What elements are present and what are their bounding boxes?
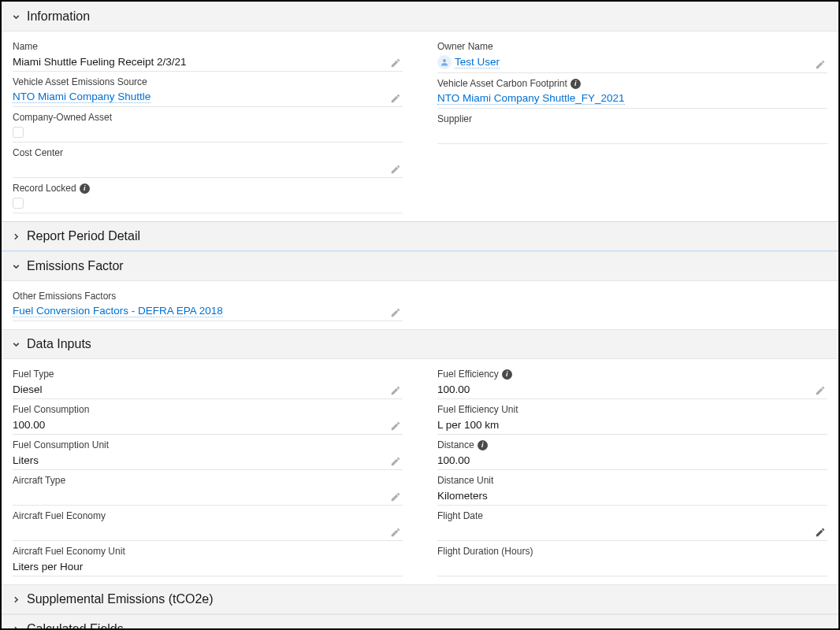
value-aircraft-type — [13, 487, 403, 503]
field-carbon-footprint[interactable]: Vehicle Asset Carbon Footprint i NTO Mia… — [437, 78, 827, 109]
section-header-calculated[interactable]: Calculated Fields — [2, 614, 838, 630]
field-fuel-efficiency[interactable]: Fuel Efficiency i 100.00 — [437, 369, 827, 399]
label-cost-center: Cost Center — [13, 147, 403, 158]
link-vehicle-source[interactable]: NTO Miami Company Shuttle — [13, 91, 151, 103]
data-inputs-right-column: Fuel Efficiency i 100.00 Fuel Efficiency… — [437, 364, 827, 576]
section-body-information: Name Miami Shuttle Fueling Receipt 2/3/2… — [2, 32, 838, 221]
value-fuel-consumption: 100.00 — [13, 417, 403, 432]
pencil-icon[interactable] — [815, 527, 826, 538]
pencil-icon[interactable] — [390, 307, 401, 318]
label-aircraft-type: Aircraft Type — [13, 475, 403, 486]
field-aircraft-economy-unit[interactable]: Aircraft Fuel Economy Unit Liters per Ho… — [13, 546, 403, 576]
section-title: Data Inputs — [27, 337, 91, 351]
label-vehicle-source: Vehicle Asset Emissions Source — [13, 76, 403, 87]
field-cost-center[interactable]: Cost Center — [13, 147, 403, 178]
section-header-emissions-factor[interactable]: Emissions Factor — [2, 251, 838, 281]
value-fuel-type: Diesel — [13, 381, 403, 397]
value-distance-unit: Kilometers — [437, 487, 827, 503]
value-fuel-efficiency: 100.00 — [437, 381, 827, 397]
link-carbon-footprint[interactable]: NTO Miami Company Shuttle_FY_2021 — [437, 92, 625, 105]
info-icon[interactable]: i — [80, 183, 90, 194]
chevron-down-icon — [9, 338, 22, 350]
info-left-column: Name Miami Shuttle Fueling Receipt 2/3/2… — [13, 36, 403, 213]
field-fuel-type[interactable]: Fuel Type Diesel — [13, 369, 403, 399]
chevron-down-icon — [9, 260, 22, 272]
label-aircraft-economy-unit: Aircraft Fuel Economy Unit — [13, 546, 403, 557]
value-name: Miami Shuttle Fueling Receipt 2/3/21 — [13, 54, 403, 69]
value-distance: 100.00 — [437, 452, 827, 468]
label-carbon-footprint: Vehicle Asset Carbon Footprint — [437, 78, 567, 89]
label-flight-duration: Flight Duration (Hours) — [437, 546, 827, 557]
value-flight-date — [437, 523, 827, 539]
field-fuel-efficiency-unit[interactable]: Fuel Efficiency Unit L per 100 km — [437, 404, 827, 435]
info-icon[interactable]: i — [571, 79, 581, 89]
field-aircraft-economy[interactable]: Aircraft Fuel Economy — [13, 510, 403, 541]
pencil-icon[interactable] — [390, 527, 401, 538]
label-company-owned: Company-Owned Asset — [13, 112, 403, 123]
section-header-supplemental[interactable]: Supplemental Emissions (tCO2e) — [2, 584, 838, 614]
label-fuel-type: Fuel Type — [13, 369, 403, 380]
section-body-data-inputs: Fuel Type Diesel Fuel Consumption 100.00… — [2, 359, 838, 584]
pencil-icon[interactable] — [815, 59, 826, 70]
chevron-down-icon — [9, 10, 22, 23]
field-flight-duration[interactable]: Flight Duration (Hours) — [437, 546, 827, 576]
record-detail-page: Information Name Miami Shuttle Fueling R… — [0, 0, 840, 630]
field-flight-date[interactable]: Flight Date — [437, 510, 827, 541]
field-other-emissions-factors[interactable]: Other Emissions Factors Fuel Conversion … — [13, 291, 403, 321]
section-header-information[interactable]: Information — [2, 2, 838, 32]
svg-point-0 — [443, 59, 446, 62]
section-header-report-period[interactable]: Report Period Detail — [2, 221, 838, 251]
field-vehicle-source[interactable]: Vehicle Asset Emissions Source NTO Miami… — [13, 76, 403, 107]
field-distance-unit[interactable]: Distance Unit Kilometers — [437, 475, 827, 506]
label-flight-date: Flight Date — [437, 510, 827, 521]
field-company-owned[interactable]: Company-Owned Asset — [13, 112, 403, 143]
data-inputs-left-column: Fuel Type Diesel Fuel Consumption 100.00… — [13, 364, 403, 576]
label-distance-unit: Distance Unit — [437, 475, 827, 486]
label-owner-name: Owner Name — [437, 41, 827, 52]
label-supplier: Supplier — [437, 113, 827, 124]
pencil-icon[interactable] — [390, 164, 401, 175]
pencil-icon[interactable] — [390, 421, 401, 432]
pencil-icon[interactable] — [390, 385, 401, 396]
field-distance[interactable]: Distance i 100.00 — [437, 439, 827, 470]
value-cost-center — [13, 160, 403, 176]
section-title: Report Period Detail — [27, 229, 140, 243]
pencil-icon[interactable] — [390, 93, 401, 104]
field-aircraft-type[interactable]: Aircraft Type — [13, 475, 403, 506]
pencil-icon[interactable] — [390, 491, 401, 502]
field-fuel-consumption-unit[interactable]: Fuel Consumption Unit Liters — [13, 439, 403, 470]
field-name[interactable]: Name Miami Shuttle Fueling Receipt 2/3/2… — [13, 41, 403, 72]
section-title: Information — [27, 9, 90, 24]
info-icon[interactable]: i — [478, 440, 488, 450]
value-flight-duration — [437, 558, 827, 574]
checkbox-company-owned[interactable] — [13, 127, 24, 138]
info-right-column: Owner Name Test User Vehicle — [437, 36, 827, 213]
section-header-data-inputs[interactable]: Data Inputs — [2, 329, 838, 359]
label-fuel-efficiency: Fuel Efficiency — [437, 369, 499, 380]
field-record-locked[interactable]: Record Locked i — [13, 183, 403, 213]
field-owner-name[interactable]: Owner Name Test User — [437, 41, 827, 73]
pencil-icon[interactable] — [390, 456, 401, 467]
label-name: Name — [13, 41, 403, 52]
value-aircraft-economy — [13, 523, 403, 539]
avatar-icon — [437, 55, 452, 69]
checkbox-record-locked[interactable] — [13, 198, 24, 209]
pencil-icon[interactable] — [390, 57, 401, 69]
chevron-right-icon — [9, 593, 22, 606]
chevron-right-icon — [9, 623, 22, 630]
link-other-emissions-factors[interactable]: Fuel Conversion Factors - DEFRA EPA 2018 — [13, 305, 223, 317]
link-owner-name[interactable]: Test User — [455, 56, 500, 69]
section-title: Emissions Factor — [27, 259, 124, 273]
info-icon[interactable]: i — [502, 369, 512, 380]
chevron-right-icon — [9, 230, 22, 243]
label-fuel-consumption-unit: Fuel Consumption Unit — [13, 439, 403, 450]
field-fuel-consumption[interactable]: Fuel Consumption 100.00 — [13, 404, 403, 435]
label-aircraft-economy: Aircraft Fuel Economy — [13, 510, 403, 521]
section-title: Supplemental Emissions (tCO2e) — [27, 592, 214, 606]
section-body-emissions-factor: Other Emissions Factors Fuel Conversion … — [2, 281, 838, 329]
label-fuel-efficiency-unit: Fuel Efficiency Unit — [437, 404, 827, 415]
label-distance: Distance — [437, 439, 474, 450]
section-title: Calculated Fields — [27, 622, 124, 630]
pencil-icon[interactable] — [815, 385, 826, 396]
field-supplier[interactable]: Supplier — [437, 113, 827, 144]
